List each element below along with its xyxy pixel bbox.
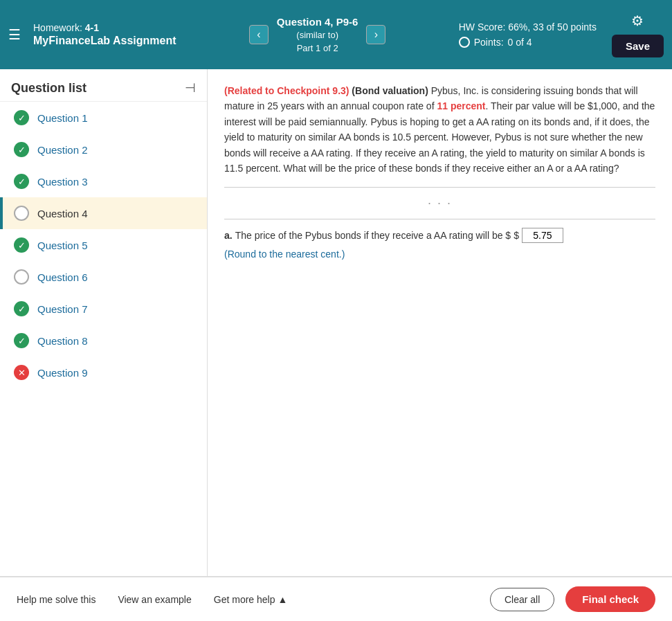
q9-status-icon: ✕ xyxy=(14,365,29,380)
q2-status-icon: ✓ xyxy=(14,142,29,157)
footer-right: Clear all Final check xyxy=(490,586,655,612)
help-solve-link[interactable]: Help me solve this xyxy=(17,594,96,605)
part-a-label: a. xyxy=(224,228,233,243)
get-more-help-button[interactable]: Get more help ▲ xyxy=(214,594,288,605)
sidebar-header: Question list ⊣ xyxy=(0,69,207,102)
clear-all-button[interactable]: Clear all xyxy=(490,588,554,611)
sidebar-title: Question list xyxy=(11,81,87,96)
points-circle-icon xyxy=(459,37,470,48)
divider xyxy=(224,187,655,188)
q7-label: Question 7 xyxy=(37,303,88,315)
hw-name: MyFinanceLab Assignment xyxy=(33,34,176,48)
q8-label: Question 8 xyxy=(37,335,88,347)
next-question-button[interactable]: › xyxy=(366,25,385,44)
header: ☰ Homework: 4-1 MyFinanceLab Assignment … xyxy=(0,0,672,69)
view-example-link[interactable]: View an example xyxy=(118,594,191,605)
answer-input[interactable] xyxy=(522,228,563,243)
q3-status-icon: ✓ xyxy=(14,174,29,189)
answer-row: a. The price of the Pybus bonds if they … xyxy=(224,228,655,262)
header-center: ‹ Question 4, P9-6 (similar to) Part 1 o… xyxy=(183,15,452,54)
q5-label: Question 5 xyxy=(37,240,88,251)
q2-label: Question 2 xyxy=(37,144,88,156)
header-actions: ⚙ Save xyxy=(612,12,664,57)
sidebar-item-q8[interactable]: ✓ Question 8 xyxy=(0,325,207,357)
prev-question-button[interactable]: ‹ xyxy=(249,25,269,44)
q8-status-icon: ✓ xyxy=(14,333,29,348)
main-container: Question list ⊣ ✓ Question 1 ✓ Question … xyxy=(0,69,672,576)
question-text: (Related to Checkpoint 9.3) (Bond valuat… xyxy=(224,83,655,176)
q1-label: Question 1 xyxy=(37,112,88,124)
coupon-rate-highlight: 11 percent xyxy=(437,100,485,111)
header-score: HW Score: 66%, 33 of 50 points Points: 0… xyxy=(459,19,597,51)
final-check-button[interactable]: Final check xyxy=(565,586,655,612)
collapse-sidebar-icon[interactable]: ⊣ xyxy=(185,80,196,96)
footer-left: Help me solve this View an example Get m… xyxy=(17,594,287,605)
q1-status-icon: ✓ xyxy=(14,110,29,125)
round-note: (Round to the nearest cent.) xyxy=(224,246,345,262)
sidebar-item-q7[interactable]: ✓ Question 7 xyxy=(0,293,207,325)
get-more-help-label: Get more help xyxy=(214,594,275,605)
question-title: Question 4, P9-6 xyxy=(277,15,358,29)
menu-icon[interactable]: ☰ xyxy=(8,26,21,43)
content-area: (Related to Checkpoint 9.3) (Bond valuat… xyxy=(208,69,672,576)
hw-label: Homework: 4-1 xyxy=(33,21,176,34)
q3-label: Question 3 xyxy=(37,176,88,188)
footer: Help me solve this View an example Get m… xyxy=(0,576,672,621)
q4-label: Question 4 xyxy=(37,208,88,219)
hw-score: HW Score: 66%, 33 of 50 points xyxy=(459,19,597,35)
q6-label: Question 6 xyxy=(37,271,88,283)
dots-indicator: · · · xyxy=(224,196,655,210)
question-part: Part 1 of 2 xyxy=(277,42,358,55)
divider2 xyxy=(224,219,655,219)
q6-status-icon xyxy=(14,269,29,285)
part-a-text: The price of the Pybus bonds if they rec… xyxy=(235,228,511,243)
settings-icon[interactable]: ⚙ xyxy=(631,12,644,29)
sidebar-item-q4[interactable]: Question 4 xyxy=(0,197,207,229)
bond-tag: (Bond valuation) xyxy=(352,85,428,96)
dollar-sign: $ xyxy=(514,228,519,243)
q7-status-icon: ✓ xyxy=(14,301,29,316)
sidebar-item-q6[interactable]: Question 6 xyxy=(0,261,207,293)
sidebar-item-q5[interactable]: ✓ Question 5 xyxy=(0,229,207,261)
more-help-arrow-icon: ▲ xyxy=(278,594,287,605)
q5-status-icon: ✓ xyxy=(14,237,29,253)
header-title: Homework: 4-1 MyFinanceLab Assignment xyxy=(33,21,176,48)
question-info: Question 4, P9-6 (similar to) Part 1 of … xyxy=(277,15,358,54)
sidebar-item-q3[interactable]: ✓ Question 3 xyxy=(0,165,207,197)
sidebar: Question list ⊣ ✓ Question 1 ✓ Question … xyxy=(0,69,208,576)
points-row: Points: 0 of 4 xyxy=(459,35,597,50)
sidebar-item-q9[interactable]: ✕ Question 9 xyxy=(0,357,207,388)
checkpoint-tag: (Related to Checkpoint 9.3) xyxy=(224,85,349,96)
question-subtitle: (similar to) xyxy=(277,29,358,42)
q9-label: Question 9 xyxy=(37,367,88,379)
sidebar-item-q1[interactable]: ✓ Question 1 xyxy=(0,102,207,134)
q4-status-icon xyxy=(14,206,29,221)
sidebar-item-q2[interactable]: ✓ Question 2 xyxy=(0,134,207,165)
save-button[interactable]: Save xyxy=(612,35,664,57)
